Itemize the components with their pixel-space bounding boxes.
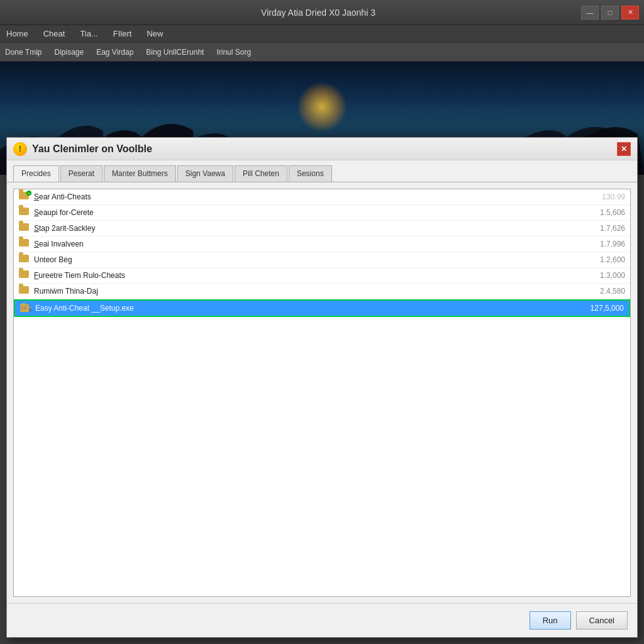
file-icon-folder <box>19 255 30 265</box>
folder-icon <box>19 239 29 247</box>
dialog-window: ! Yau Clenimler on Voolble ✕ Precides Pe… <box>6 137 638 638</box>
file-name: Unteor Beg <box>34 255 571 264</box>
file-name: Seai Invalveen <box>34 240 571 248</box>
menu-item-filert[interactable]: FIlert <box>111 28 135 40</box>
svg-rect-1 <box>21 303 25 305</box>
dialog-title: Yau Clenimler on Voolble <box>32 143 612 155</box>
green-arrow-icon: + <box>26 191 31 196</box>
window-title: Virday Atia Dried X0 Jaonhi 3 <box>55 8 581 18</box>
menu-item-home[interactable]: Home <box>4 28 31 40</box>
dialog-footer: Run Cancel <box>7 603 637 637</box>
file-row[interactable]: Stap 2arit-Sackley 1.7,626 <box>14 221 630 236</box>
file-row[interactable]: Rumiẃm Thina-Daj 2.4,580 <box>14 284 630 299</box>
tab-manter-buttmers[interactable]: Manter Buttmers <box>104 165 176 182</box>
toolbar-eag-virdap[interactable]: Eag Virdap <box>96 48 133 57</box>
file-icon-folder <box>19 270 30 280</box>
file-row[interactable]: Fureetre Tiem Rulo-Cheats 1.3,000 <box>14 268 630 284</box>
svg-rect-4 <box>24 306 26 308</box>
file-icon-folder <box>19 286 30 296</box>
svg-rect-7 <box>30 307 31 308</box>
menu-item-new[interactable]: New <box>144 28 165 40</box>
folder-icon <box>19 286 29 294</box>
folder-icon <box>19 255 29 262</box>
toolbar-bing[interactable]: Bing UnllCErunht <box>146 48 204 57</box>
file-name: Fureetre Tiem Rulo-Cheats <box>34 271 571 280</box>
file-size: 1.5,606 <box>575 208 625 217</box>
file-size: 1.3,000 <box>575 271 625 280</box>
file-row[interactable]: Seaupi for-Cerete 1.5,606 <box>14 205 630 221</box>
menu-bar: Home Cheat Tia... FIlert New <box>0 25 644 43</box>
file-row[interactable]: + Sear Anti-Cheats 130.99 <box>14 189 630 205</box>
svg-rect-6 <box>29 306 31 312</box>
file-size: 1.7,996 <box>575 240 625 248</box>
file-size: 1.2,600 <box>575 255 625 264</box>
file-row-selected[interactable]: Easy Anti-Cheat __Setup.exe 127,5,000 <box>14 299 630 317</box>
menu-item-cheat[interactable]: Cheat <box>41 28 68 40</box>
file-icon-folder <box>19 239 30 249</box>
run-button[interactable]: Run <box>530 611 571 630</box>
file-size-selected: 127,5,000 <box>574 304 624 313</box>
cancel-button[interactable]: Cancel <box>576 611 628 630</box>
folder-icon <box>19 208 29 215</box>
tab-sesions[interactable]: Sesions <box>289 165 332 182</box>
file-name-selected: Easy Anti-Cheat __Setup.exe <box>35 304 570 313</box>
file-size: 1.7,626 <box>575 224 625 233</box>
tab-pill-cheten[interactable]: Pill Cheten <box>235 165 287 182</box>
file-name: Stap 2arit-Sackley <box>34 224 571 233</box>
maximize-button[interactable]: □ <box>601 6 619 19</box>
minimize-button[interactable]: — <box>581 6 599 19</box>
file-name: Rumiẃm Thina-Daj <box>34 287 571 296</box>
toolbar-dipisage[interactable]: Dipisage <box>54 48 84 57</box>
app-window: Virday Atia Dried X0 Jaonhi 3 — □ ✕ Home… <box>0 0 644 644</box>
tab-precides[interactable]: Precides <box>13 165 59 182</box>
file-icon-folder: + <box>19 192 30 202</box>
dialog-close-button[interactable]: ✕ <box>617 142 631 156</box>
toolbar-irinul[interactable]: Irinul Sorg <box>216 48 251 57</box>
file-icon-folder <box>19 223 30 233</box>
dialog-warning-icon: ! <box>13 142 27 156</box>
file-name: Seaupi for-Cerete <box>34 208 571 217</box>
window-close-button[interactable]: ✕ <box>621 6 639 19</box>
file-size: 2.4,580 <box>575 287 625 296</box>
file-icon-exe <box>20 303 31 313</box>
file-icon-folder <box>19 208 30 218</box>
tab-sign-vaewa[interactable]: Sign Vaewa <box>177 165 233 182</box>
svg-rect-3 <box>21 308 23 309</box>
toolbar-done-tmip[interactable]: Done Tmip <box>5 48 42 57</box>
title-bar: Virday Atia Dried X0 Jaonhi 3 — □ ✕ <box>0 0 644 25</box>
tabs-container: Precides Peserat Manter Buttmers Sign Va… <box>7 160 637 182</box>
file-row[interactable]: Seai Invalveen 1.7,996 <box>14 236 630 252</box>
file-row[interactable]: Unteor Beg 1.2,600 <box>14 252 630 268</box>
folder-icon <box>19 223 29 231</box>
content-area: ! Yau Clenimler on Voolble ✕ Precides Pe… <box>0 175 644 644</box>
dialog-titlebar: ! Yau Clenimler on Voolble ✕ <box>7 138 637 160</box>
file-list[interactable]: + Sear Anti-Cheats 130.99 Seaupi for-Cer… <box>13 189 631 597</box>
file-name: Sear Anti-Cheats <box>34 192 571 201</box>
svg-rect-2 <box>21 306 23 308</box>
file-size: 130.99 <box>575 192 625 201</box>
toolbar: Done Tmip Dipisage Eag Virdap Bing UnllC… <box>0 43 644 62</box>
window-controls: — □ ✕ <box>581 6 639 19</box>
menu-item-tia[interactable]: Tia... <box>77 28 100 40</box>
tab-peserat[interactable]: Peserat <box>60 165 103 182</box>
svg-rect-5 <box>24 308 26 309</box>
folder-icon <box>19 270 29 278</box>
